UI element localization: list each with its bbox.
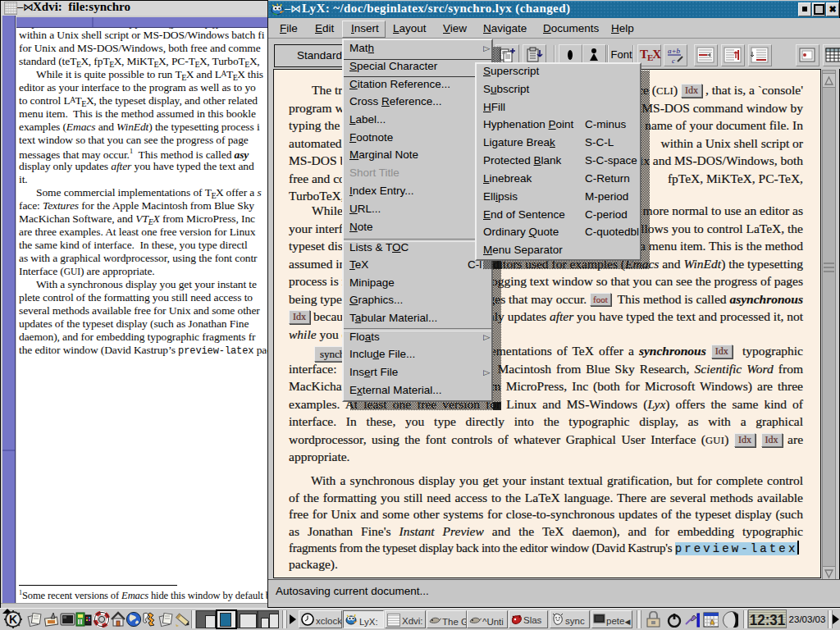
svg-text:K: K — [9, 613, 17, 626]
